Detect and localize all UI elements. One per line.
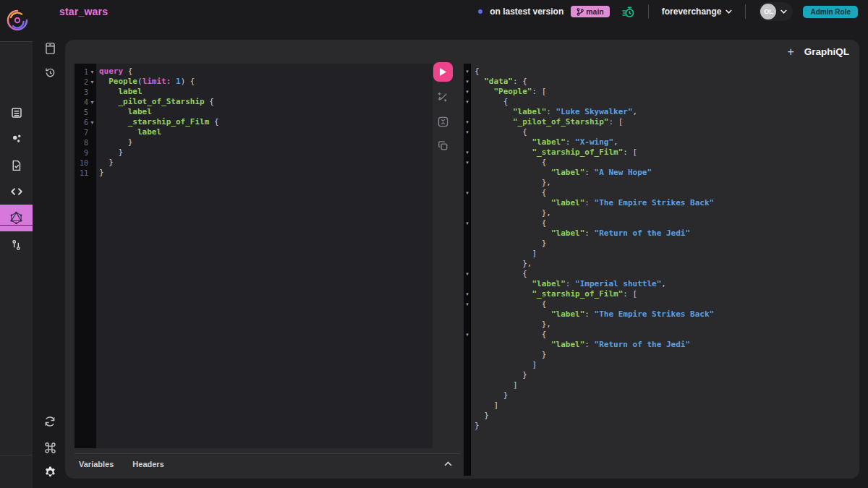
- app-logo-icon[interactable]: [4, 7, 30, 33]
- fold-toggle-icon[interactable]: ▾: [464, 97, 471, 107]
- graph-nodes-icon: [10, 132, 23, 145]
- branch-badge[interactable]: main: [571, 6, 610, 17]
- code-line: "_starship_of_Film": [: [475, 147, 854, 158]
- code-line: }: [475, 421, 854, 431]
- fold-toggle-icon[interactable]: ▾: [464, 330, 471, 340]
- fold-toggle-icon[interactable]: ▾: [464, 117, 471, 127]
- response-viewer[interactable]: ▾▾▾▾▾▾▾▾▾▾▾▾▾▾ { "data": { "People": [ {…: [464, 64, 854, 476]
- sidebar-item-code[interactable]: [0, 178, 33, 205]
- query-editor-code[interactable]: query { People(limit: 1) { label _pilot_…: [96, 64, 433, 448]
- copy-query-button[interactable]: [435, 137, 451, 153]
- merge-fragments-button[interactable]: [435, 114, 451, 129]
- document-check-icon: [10, 159, 22, 172]
- code-line: "label": "The Empire Strikes Back": [475, 309, 854, 320]
- header-divider: [745, 4, 746, 19]
- line-number: 8: [76, 139, 88, 147]
- line-number: 3: [76, 88, 88, 96]
- git-compare-icon: [10, 239, 22, 252]
- fold-toggle-icon[interactable]: ▾: [88, 69, 96, 75]
- fold-toggle-icon[interactable]: ▾: [464, 127, 471, 137]
- code-line: }: [99, 158, 433, 168]
- code-line: ]: [475, 360, 854, 370]
- fold-toggle-icon[interactable]: ▾: [464, 87, 471, 97]
- fold-toggle-icon[interactable]: ▾: [464, 289, 471, 299]
- stopwatch-icon[interactable]: [621, 5, 635, 19]
- code-line: "label": "Return of the Jedi": [475, 340, 854, 350]
- keyboard-shortcuts-icon[interactable]: [42, 440, 58, 455]
- fold-toggle-icon[interactable]: ▾: [464, 158, 471, 168]
- fold-toggle-icon[interactable]: ▾: [464, 77, 471, 87]
- fold-toggle-icon[interactable]: ▾: [88, 119, 96, 126]
- response-code: { "data": { "People": [ { "label": "Luke…: [471, 64, 854, 431]
- fold-toggle-icon: [464, 249, 471, 259]
- code-line: _pilot_of_Starship {: [99, 97, 433, 107]
- line-number: 9: [76, 149, 88, 157]
- graphiql-tab-bar: + GraphiQL: [65, 40, 859, 64]
- graphql-icon: [9, 211, 23, 225]
- line-number: 11: [76, 169, 88, 177]
- tab-variables[interactable]: Variables: [79, 460, 114, 468]
- code-line: ]: [475, 249, 854, 259]
- sidebar-item-git[interactable]: [0, 231, 33, 258]
- code-line: "label": "The Empire Strikes Back": [475, 198, 854, 208]
- fold-toggle-icon: [464, 239, 471, 249]
- sidebar-item-graphql[interactable]: [0, 205, 33, 231]
- code-line: "People": [: [475, 87, 854, 97]
- docs-book-icon[interactable]: [42, 40, 58, 56]
- fold-toggle-icon[interactable]: ▾: [464, 218, 471, 228]
- settings-gear-icon[interactable]: [42, 464, 58, 480]
- chevron-down-icon: [726, 9, 732, 14]
- fold-toggle-icon[interactable]: ▾: [88, 79, 96, 85]
- code-line: },: [475, 208, 854, 218]
- tab-headers[interactable]: Headers: [132, 460, 163, 468]
- version-status-dot: [478, 9, 482, 14]
- code-line: },: [475, 178, 854, 188]
- fold-toggle-icon: [464, 340, 471, 350]
- prettify-button[interactable]: [435, 90, 451, 106]
- code-line: {: [475, 67, 854, 77]
- execute-query-button[interactable]: [433, 62, 453, 82]
- code-line: {: [475, 127, 854, 137]
- user-menu[interactable]: OL: [759, 2, 793, 21]
- fold-toggle-icon: [464, 178, 471, 188]
- fold-toggle-icon[interactable]: ▾: [464, 188, 471, 198]
- fold-toggle-icon: [464, 320, 471, 330]
- fold-toggle-icon: [464, 350, 471, 360]
- chevron-down-icon: [780, 9, 787, 14]
- sidebar-divider: [0, 225, 33, 226]
- fold-toggle-icon[interactable]: ▾: [88, 99, 96, 106]
- sidebar-item-tables[interactable]: [0, 99, 33, 126]
- code-line: "label": "Return of the Jedi": [475, 228, 854, 239]
- code-line: "data": {: [475, 77, 854, 87]
- code-line: "label": "Luke Skywalker",: [475, 107, 854, 117]
- code-line: _starship_of_Film {: [99, 117, 433, 127]
- fold-toggle-icon[interactable]: ▾: [464, 299, 471, 309]
- fold-toggle-icon[interactable]: ▾: [464, 269, 471, 279]
- code-line: }: [475, 411, 854, 421]
- chevron-up-icon: [444, 461, 452, 466]
- fold-toggle-icon: [464, 168, 471, 178]
- history-icon[interactable]: [42, 64, 58, 80]
- graphiql-logo-text: GraphiQL: [804, 46, 849, 57]
- line-number: 6: [76, 119, 88, 127]
- fold-toggle-icon[interactable]: ▾: [464, 147, 471, 158]
- add-tab-button[interactable]: +: [787, 46, 793, 58]
- org-menu[interactable]: foreverchange: [662, 7, 733, 17]
- fold-toggle-icon: [464, 198, 471, 208]
- code-line: {: [475, 188, 854, 198]
- avatar[interactable]: OL: [760, 4, 776, 20]
- code-line: "_starship_of_Film": [: [475, 289, 854, 299]
- line-number: 10: [76, 159, 88, 167]
- sidebar-item-graph[interactable]: [0, 125, 33, 152]
- query-editor[interactable]: 1▾2▾34▾56▾7891011 query { People(limit: …: [75, 64, 433, 448]
- code-line: },: [475, 259, 854, 269]
- fold-toggle-icon[interactable]: ▾: [464, 67, 471, 77]
- fold-toggle-icon: [464, 370, 471, 380]
- play-icon: [438, 67, 447, 77]
- collapse-editor-tools-button[interactable]: [444, 461, 452, 466]
- app-sidebar: [0, 41, 33, 488]
- code-icon: [10, 186, 23, 197]
- sidebar-item-documents[interactable]: [0, 152, 33, 179]
- version-status-text: on lastest version: [490, 7, 563, 17]
- refresh-schema-icon[interactable]: [42, 414, 58, 429]
